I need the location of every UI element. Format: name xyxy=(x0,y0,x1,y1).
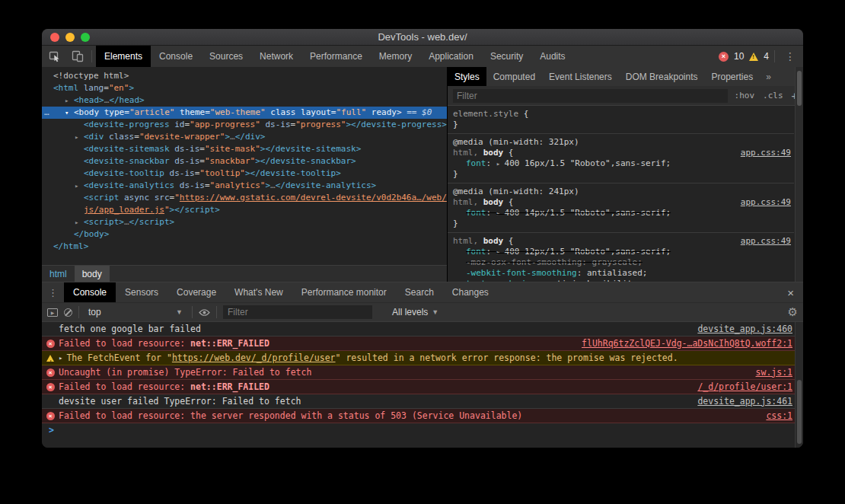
error-count[interactable]: 10 xyxy=(734,51,744,62)
zoom-window-button[interactable] xyxy=(81,33,90,42)
console-message-error[interactable]: ×Failed to load resource: the server res… xyxy=(42,409,803,423)
message-inline-link[interactable]: https://web.dev/_d/profile/user xyxy=(172,352,336,363)
source-location-link[interactable]: sw.js:1 xyxy=(745,365,792,380)
dom-tree-row[interactable]: <devsite-sitemask ds-is="site-mask"></de… xyxy=(42,143,447,155)
breadcrumb-item-body[interactable]: body xyxy=(75,266,110,282)
element-classes-button[interactable]: .cls xyxy=(763,91,783,100)
selector[interactable]: body xyxy=(478,148,503,158)
drawer-tab-sensors[interactable]: Sensors xyxy=(116,282,167,302)
source-location-link[interactable]: devsite_app.js:461 xyxy=(686,394,792,409)
console-scrollbar-thumb[interactable] xyxy=(797,380,802,444)
css-property[interactable]: font: ▸ 400 12px/1.5 "Roboto",sans-serif… xyxy=(453,247,794,257)
more-tabs-icon[interactable]: » xyxy=(760,67,777,86)
source-location-link[interactable]: flUhRq6tzZclQEJ-Vdg-…aDsNcIhQ8tQ.woff2:1 xyxy=(570,337,792,351)
dom-tree-row[interactable]: </body> xyxy=(42,228,447,241)
drawer-tab-performance-monitor[interactable]: Performance monitor xyxy=(292,282,396,302)
tab-sources[interactable]: Sources xyxy=(201,46,251,67)
expand-value-icon[interactable]: ▸ xyxy=(496,248,505,256)
sidebar-tab-event-listeners[interactable]: Event Listeners xyxy=(542,67,619,86)
drawer-tab-coverage[interactable]: Coverage xyxy=(167,282,225,302)
console-scrollbar[interactable] xyxy=(795,322,803,448)
dom-tree-row[interactable]: ▸<div class="devsite-wrapper">…</div> xyxy=(42,131,447,143)
stylesheet-link[interactable]: app.css:49 xyxy=(741,236,791,247)
tab-audits[interactable]: Audits xyxy=(531,46,573,67)
twisty-collapsed-icon[interactable]: ▸ xyxy=(65,94,69,107)
dom-tree-row[interactable]: ▸<head>…</head> xyxy=(42,94,447,107)
warning-count-icon[interactable] xyxy=(749,53,758,61)
dom-tree[interactable]: <!doctype html><html lang="en">▸<head>…<… xyxy=(42,67,447,265)
sidebar-tab-styles[interactable]: Styles xyxy=(448,67,486,86)
drawer-tab-changes[interactable]: Changes xyxy=(443,282,498,302)
devtools-menu-icon[interactable]: ⋮ xyxy=(780,50,800,62)
sidebar-tab-dom-breakpoints[interactable]: DOM Breakpoints xyxy=(619,67,705,86)
expand-value-icon[interactable]: ▸ xyxy=(496,209,505,217)
css-property[interactable]: -webkit-font-smoothing: antialiased; xyxy=(453,268,794,279)
drawer-tab-what-s-new[interactable]: What's New xyxy=(225,282,292,302)
sidebar-tab-computed[interactable]: Computed xyxy=(486,67,542,86)
tab-elements[interactable]: Elements xyxy=(96,46,151,67)
console-message-log[interactable]: devsite user failed TypeError: Failed to… xyxy=(42,394,803,409)
tab-network[interactable]: Network xyxy=(251,46,301,67)
close-drawer-icon[interactable]: × xyxy=(778,282,803,302)
source-location-link[interactable]: /_d/profile/user:1 xyxy=(686,380,792,394)
dom-tree-row[interactable]: </html> xyxy=(42,241,447,253)
window-titlebar[interactable]: DevTools - web.dev/ xyxy=(42,29,803,46)
minimize-window-button[interactable] xyxy=(65,33,75,42)
dom-tree-row[interactable]: <devsite-tooltip ds-is="tooltip"></devsi… xyxy=(42,167,447,180)
console-filter-input[interactable] xyxy=(223,305,372,319)
console-message-warning[interactable]: ▸The FetchEvent for "https://web.dev/_d/… xyxy=(42,351,803,365)
tab-console[interactable]: Console xyxy=(151,46,201,67)
dom-tree-row[interactable]: <!doctype html> xyxy=(42,70,447,82)
drawer-tab-console[interactable]: Console xyxy=(64,282,116,302)
drawer-menu-icon[interactable]: ⋮ xyxy=(42,282,64,302)
twisty-collapsed-icon[interactable]: ▸ xyxy=(75,131,78,143)
error-count-icon[interactable]: × xyxy=(719,52,729,62)
stylesheet-link[interactable]: app.css:49 xyxy=(741,148,791,158)
selector[interactable]: html, xyxy=(453,148,478,158)
clear-console-icon[interactable] xyxy=(64,308,72,317)
stylesheet-link[interactable]: app.css:49 xyxy=(741,197,791,208)
toggle-element-state-button[interactable]: :hov xyxy=(735,91,755,100)
twisty-collapsed-icon[interactable]: ▸ xyxy=(75,216,78,228)
tab-performance[interactable]: Performance xyxy=(301,46,371,67)
tab-application[interactable]: Application xyxy=(420,46,482,67)
dom-tree-row[interactable]: ▸<script>…</script> xyxy=(42,216,447,228)
styles-filter-input[interactable] xyxy=(453,89,728,103)
inspect-element-icon[interactable] xyxy=(46,48,64,65)
live-expression-icon[interactable] xyxy=(199,308,210,317)
dom-tree-row[interactable]: ▸<devsite-analytics ds-is="analytics">…<… xyxy=(42,180,447,192)
expand-message-icon[interactable]: ▸ xyxy=(59,351,62,365)
dom-tree-row[interactable]: …▾<body type="article" theme="web-theme"… xyxy=(42,107,447,119)
tab-memory[interactable]: Memory xyxy=(371,46,420,67)
twisty-expanded-icon[interactable]: ▾ xyxy=(65,107,69,119)
dom-tree-row[interactable]: <html lang="en"> xyxy=(42,82,447,94)
warning-count[interactable]: 4 xyxy=(764,51,769,62)
selector[interactable]: body xyxy=(478,197,503,207)
styles-scrollbar-thumb[interactable] xyxy=(797,71,802,106)
dom-tree-row[interactable]: <devsite-progress id="app-progress" ds-i… xyxy=(42,119,447,131)
console-sidebar-toggle-icon[interactable]: ▶ xyxy=(47,308,58,317)
css-property[interactable]: font: ▸ 400 16px/1.5 "Roboto",sans-serif… xyxy=(453,158,794,169)
console-message-log[interactable]: fetch one google bar faileddevsite_app.j… xyxy=(42,322,803,337)
css-property[interactable]: font: ▸ 400 14px/1.5 "Roboto",sans-serif… xyxy=(453,208,794,219)
close-window-button[interactable] xyxy=(50,33,59,42)
tab-security[interactable]: Security xyxy=(482,46,531,67)
selector[interactable]: html, xyxy=(453,197,478,207)
dom-tree-row[interactable]: js/app_loader.js"></script> xyxy=(42,204,447,216)
selector[interactable]: element.style xyxy=(453,109,518,119)
sidebar-tab-properties[interactable]: Properties xyxy=(704,67,760,86)
console-message-error[interactable]: ×Failed to load resource: net::ERR_FAILE… xyxy=(42,337,803,351)
drawer-tab-search[interactable]: Search xyxy=(396,282,443,302)
source-location-link[interactable]: css:1 xyxy=(754,409,792,423)
expand-value-icon[interactable]: ▸ xyxy=(496,160,505,167)
dom-tree-row[interactable]: <script async src="https://www.gstatic.c… xyxy=(42,192,447,204)
selector[interactable]: html, xyxy=(453,236,478,246)
dom-tree-row[interactable]: <devsite-snackbar ds-is="snackbar"></dev… xyxy=(42,155,447,167)
execution-context-selector[interactable]: top ▼ xyxy=(85,307,186,317)
console-message-error[interactable]: ×Uncaught (in promise) TypeError: Failed… xyxy=(42,365,803,380)
css-property[interactable]: -moz-osx-font-smoothing: grayscale; xyxy=(453,257,794,268)
selector[interactable]: body xyxy=(478,236,503,246)
device-toolbar-icon[interactable] xyxy=(69,48,87,65)
console-prompt[interactable]: > xyxy=(42,423,803,438)
styles-scrollbar[interactable] xyxy=(795,67,803,282)
